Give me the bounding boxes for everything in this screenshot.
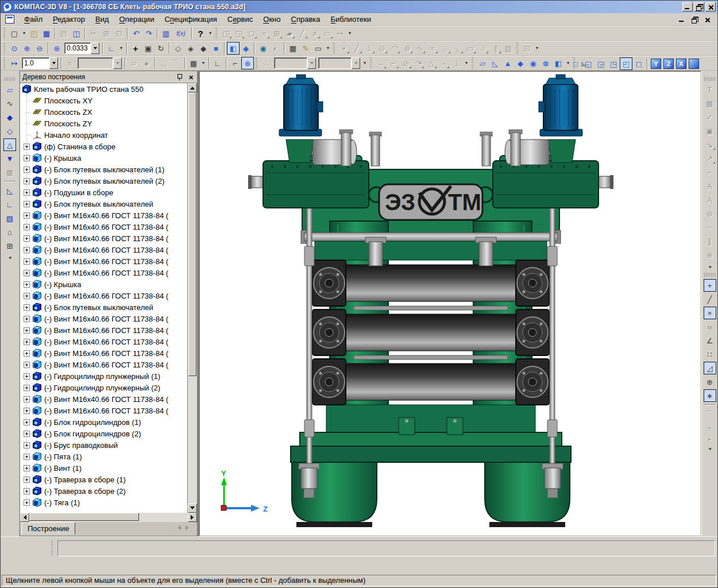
display-wireframe-icon[interactable]: ◇ xyxy=(172,42,184,55)
view-back-icon[interactable]: ◱ xyxy=(582,57,595,70)
hatch-tool-icon[interactable]: ▨ xyxy=(502,42,515,55)
menu-спецификация[interactable]: Спецификация xyxy=(159,14,222,25)
filter-panel-icon[interactable]: ▼ xyxy=(3,152,16,165)
context-help-icon[interactable]: ? xyxy=(194,27,207,40)
mirror-component-icon[interactable]: ▰ xyxy=(283,27,296,40)
snap-intersection-icon[interactable]: × xyxy=(704,307,716,319)
scale-combo[interactable]: 0.0333 xyxy=(64,42,99,54)
toolbar-grip[interactable] xyxy=(3,42,7,54)
coord-y-field[interactable] xyxy=(318,57,360,69)
layers-icon[interactable]: ≡ xyxy=(64,57,76,69)
tree-item[interactable]: (-) Винт М16х40.66 ГОСТ 11738-84 ( xyxy=(20,405,187,416)
tree-item[interactable]: (-) Винт М16х40.66 ГОСТ 11738-84 ( xyxy=(20,347,187,359)
expand-plus-icon[interactable] xyxy=(24,304,30,311)
extrude-operation-icon[interactable]: ▱ xyxy=(476,57,489,69)
snap-nearest-point-icon[interactable]: + xyxy=(704,279,716,292)
layout-dd[interactable]: ▾ xyxy=(325,42,331,55)
expand-plus-icon[interactable] xyxy=(24,339,30,345)
copy-objects-icon[interactable]: ⊞ xyxy=(271,27,283,40)
redo-icon[interactable]: ↷ xyxy=(142,27,155,40)
toolbar-grip[interactable] xyxy=(4,77,16,81)
dim-arc-icon[interactable]: ⌢ xyxy=(438,57,450,69)
tab-scroll-left-icon[interactable] xyxy=(175,525,181,530)
fit-window-icon[interactable]: ▣ xyxy=(142,42,155,55)
tree-item[interactable]: (-) Винт М16х40.66 ГОСТ 11738-84 ( xyxy=(20,290,187,301)
view-front-icon[interactable]: □ xyxy=(569,57,582,70)
print-icon[interactable]: ▤ xyxy=(57,27,70,40)
view-top-icon[interactable]: ◲ xyxy=(595,57,607,70)
tree-item[interactable]: (-) Винт М16х40.66 ГОСТ 11738-84 ( xyxy=(20,336,187,347)
expand-plus-icon[interactable] xyxy=(24,247,30,253)
specification-panel-icon[interactable]: ▦ xyxy=(3,166,16,179)
expand-plus-icon[interactable] xyxy=(24,396,30,403)
menu-сервис[interactable]: Сервис xyxy=(222,14,258,25)
functions-icon[interactable]: f(x) xyxy=(172,27,190,40)
variables-icon[interactable]: ▥ xyxy=(160,27,172,40)
tree-item[interactable]: Плоскость ZX xyxy=(20,106,187,118)
model-3d[interactable]: ЭЗ ТМ xyxy=(200,72,701,536)
scroll-down-button[interactable] xyxy=(188,504,197,513)
tree-item[interactable]: (-) Гидроцилиндр плунжерный (2) xyxy=(20,382,187,393)
spatial-curves-panel-icon[interactable]: ∿ xyxy=(3,97,16,110)
measure-mass-panel-icon[interactable]: ▨ xyxy=(3,212,16,225)
curve-tool-icon[interactable]: ≈ xyxy=(426,42,439,55)
menu-вид[interactable]: Вид xyxy=(90,14,114,25)
fill-tool-icon[interactable]: ● xyxy=(140,57,153,69)
tree-item[interactable]: (-) Пята (1) xyxy=(20,451,187,462)
close-button[interactable] xyxy=(705,2,716,11)
menu-окно[interactable]: Окно xyxy=(258,14,285,25)
tree-item[interactable]: (-) Брус праводковый xyxy=(20,439,187,451)
measure-3d-panel-icon[interactable]: ◺ xyxy=(3,184,16,197)
snap-grid-icon[interactable]: ∷ xyxy=(704,348,716,361)
tree-item[interactable]: (-) Винт (1) xyxy=(20,462,187,474)
coord-x-field-value[interactable] xyxy=(274,57,307,69)
child-close-button[interactable] xyxy=(702,16,712,24)
coord-y-field-value[interactable] xyxy=(318,57,352,69)
shell-operation-icon[interactable]: ◧ xyxy=(552,57,565,69)
tree-item[interactable]: (-) Винт М16х40.66 ГОСТ 11738-84 ( xyxy=(20,393,187,405)
sketch-tool-icon[interactable]: ✎ xyxy=(299,42,312,55)
hole-operation-icon[interactable]: ⊚ xyxy=(539,57,552,69)
surfaces-panel-icon[interactable]: ◆ xyxy=(3,111,16,123)
tree-item[interactable]: (-) Крышка xyxy=(20,278,187,290)
tab-scroll-right-icon[interactable] xyxy=(186,525,191,530)
toolbar-grip[interactable] xyxy=(255,57,259,69)
expand-plus-icon[interactable] xyxy=(24,281,30,288)
expand-plus-icon[interactable] xyxy=(24,167,30,173)
auxiliary-geometry-panel-icon[interactable]: △ xyxy=(3,138,16,151)
expand-plus-icon[interactable] xyxy=(24,419,30,425)
tree-item[interactable]: (-) Винт М16х40.66 ГОСТ 11738-84 ( xyxy=(20,267,187,278)
zoom-area-icon[interactable]: ⊙ xyxy=(8,42,21,55)
new-document-dd[interactable]: ▾ xyxy=(21,27,28,40)
snap-extra-icon[interactable]: + xyxy=(704,421,716,434)
menu-операции[interactable]: Операции xyxy=(114,14,160,25)
rectangle-tool-icon[interactable]: ▭ xyxy=(464,42,477,55)
expand-plus-icon[interactable] xyxy=(24,155,30,161)
tree-item[interactable]: (-) Блок гидроцилиндров (2) xyxy=(20,428,187,439)
scale-combo-dropdown[interactable] xyxy=(91,42,99,54)
tree-item[interactable]: (-) Винт М16х40.66 ГОСТ 11738-84 ( xyxy=(20,324,187,336)
menu-справка[interactable]: Справка xyxy=(286,14,326,25)
orientation-dd[interactable]: ▾ xyxy=(118,42,125,55)
tree-item[interactable]: (-) Винт М16х40.66 ГОСТ 11738-84 ( xyxy=(20,359,187,370)
roughness-symbol-icon[interactable]: ✓ xyxy=(704,111,716,123)
step-combo-dropdown[interactable] xyxy=(49,57,58,69)
centerline-tool-icon[interactable]: ╌ xyxy=(704,221,716,234)
view-bottom-icon[interactable]: ◳ xyxy=(607,57,620,70)
tree-item[interactable]: (-) Блок путевых выключателей xyxy=(20,198,187,210)
display-perspective-icon[interactable]: ◆ xyxy=(240,42,252,55)
expand-plus-icon[interactable] xyxy=(24,500,30,506)
magnet-mode-icon[interactable]: ⌒ xyxy=(704,408,716,420)
polygon-tool-icon[interactable]: ○ xyxy=(477,42,489,55)
display-hidden-thin-icon[interactable]: ◆ xyxy=(197,42,210,55)
save-document-icon[interactable]: ▦ xyxy=(40,27,53,40)
display-shaded-edges-icon[interactable]: ◧ xyxy=(227,42,240,55)
expand-plus-icon[interactable] xyxy=(24,270,30,276)
input-object-dd[interactable]: ▾ xyxy=(534,42,541,55)
property-bar-grip[interactable] xyxy=(51,541,56,556)
coordinate-display-icon[interactable]: ∴ xyxy=(260,57,273,69)
toolbar-grip[interactable] xyxy=(704,273,716,277)
zoom-out-icon[interactable]: ⊖ xyxy=(33,42,46,55)
expand-plus-icon[interactable] xyxy=(24,385,30,391)
display-hidden-removed-icon[interactable]: ◈ xyxy=(184,42,197,55)
